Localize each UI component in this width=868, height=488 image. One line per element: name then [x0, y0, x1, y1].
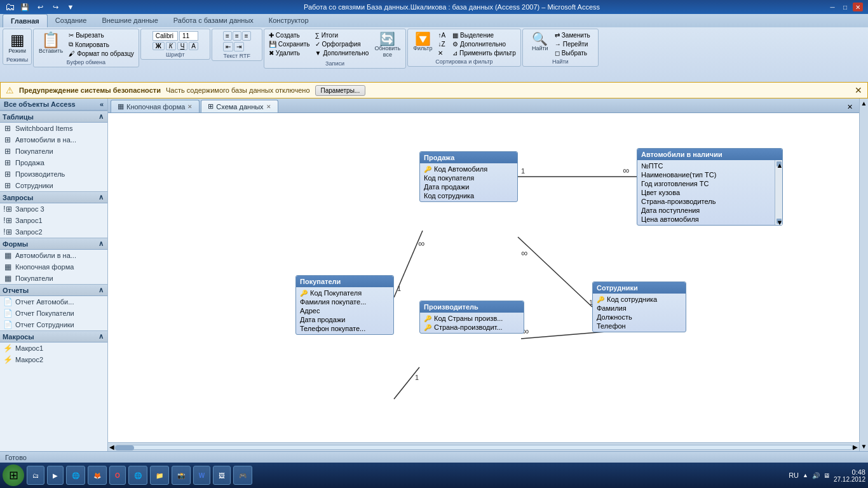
sidebar-item-avtomobili-f[interactable]: ▦ Автомобили в на... — [0, 250, 107, 261]
scroll-right-btn[interactable]: ▶ — [853, 444, 858, 451]
spelling-button[interactable]: ✓Орфография — [313, 40, 371, 48]
tab-constructor[interactable]: Конструктор — [261, 14, 316, 27]
align-right-button[interactable]: ≡ — [242, 31, 251, 41]
sidebar-item-query1[interactable]: !⊞ Запрос1 — [0, 215, 107, 226]
table-pokupat[interactable]: Покупатели 🔑Код Покупателя Фамилия покуп… — [295, 275, 394, 335]
quick-access-redo[interactable]: ↪ — [50, 1, 61, 13]
taskbar-app-firefox[interactable]: 🦊 — [88, 466, 107, 485]
close-all-tabs-button[interactable]: ✕ — [843, 102, 857, 112]
table-avtomobili[interactable]: Автомобили в наличии №ПТС Наименование(т… — [637, 148, 783, 226]
right-scrollbar[interactable]: ▲ ▼ — [859, 98, 868, 451]
start-button[interactable]: ⊞ — [3, 464, 24, 486]
sidebar-item-report-pokupat[interactable]: 📄 Отчет Покупатели — [0, 308, 107, 319]
totals-button[interactable]: ∑Итоги — [313, 31, 371, 39]
sidebar-item-prodazha-t[interactable]: ⊞ Продажа — [0, 157, 107, 168]
sidebar-item-query2[interactable]: !⊞ Запрос2 — [0, 226, 107, 238]
sidebar-item-pokupat-f[interactable]: ▦ Покупатели — [0, 273, 107, 284]
font-family-select[interactable]: Calibri — [153, 31, 178, 41]
tab-knopochnaya[interactable]: ▦ Кнопочная форма ✕ — [111, 100, 200, 112]
font-size-select[interactable]: 11 — [179, 31, 198, 41]
save-record-button[interactable]: 💾Сохранить — [267, 40, 312, 48]
taskbar-app-image[interactable]: 🖼 — [213, 466, 231, 485]
tab-home[interactable]: Главная — [3, 14, 48, 27]
mode-button[interactable]: ▦ Режим — [6, 31, 29, 55]
taskbar-app-game[interactable]: 🎮 — [233, 466, 252, 485]
tab-create[interactable]: Создание — [48, 14, 95, 27]
advanced-button[interactable]: ⚙Дополнительно — [451, 40, 518, 48]
scroll-down-btn[interactable]: ▼ — [861, 443, 867, 450]
tray-network-icon[interactable]: 🖥 — [824, 472, 830, 479]
font-color-button[interactable]: A — [189, 42, 198, 50]
indent-button[interactable]: ⇥ — [234, 42, 244, 51]
tab-database-tools[interactable]: Работа с базами данных — [166, 14, 261, 27]
copy-button[interactable]: ⧉Копировать — [67, 40, 136, 49]
sidebar-section-reports[interactable]: Отчеты ∧ — [0, 284, 107, 296]
tray-up-arrow[interactable]: ▲ — [803, 472, 808, 478]
sidebar-item-knopochnaya[interactable]: ▦ Кнопочная форма — [0, 261, 107, 273]
sidebar-section-forms[interactable]: Формы ∧ — [0, 238, 107, 250]
sidebar-item-avtomobili-t[interactable]: ⊞ Автомобили в на... — [0, 134, 107, 146]
tab-knopochnaya-close[interactable]: ✕ — [187, 104, 193, 110]
minimize-button[interactable]: ─ — [827, 3, 837, 11]
taskbar-app-word[interactable]: W — [193, 466, 210, 485]
close-button[interactable]: ✕ — [853, 3, 863, 11]
goto-button[interactable]: →Перейти — [553, 40, 592, 48]
underline-button[interactable]: Ч — [177, 42, 188, 50]
scroll-up-btn[interactable]: ▲ — [861, 100, 867, 107]
taskbar-app-access[interactable]: 🗂 — [27, 466, 44, 485]
sidebar-section-macros[interactable]: Макросы ∧ — [0, 330, 107, 342]
filter-button[interactable]: 🔽 Фильтр — [410, 31, 435, 53]
remove-sort-button[interactable]: ✕ — [436, 49, 449, 57]
cut-button[interactable]: ✂Вырезать — [67, 31, 136, 39]
selection-button[interactable]: ▦Выделение — [451, 31, 518, 39]
align-left-button[interactable]: ≡ — [223, 31, 232, 41]
taskbar-app-photo[interactable]: 📸 — [172, 466, 191, 485]
apply-filter-button[interactable]: ⊿Применить фильтр — [451, 49, 518, 57]
taskbar-app-chrome[interactable]: 🌐 — [128, 466, 147, 485]
more-button[interactable]: ▼Дополнительно — [313, 49, 371, 57]
quick-access-undo[interactable]: ↩ — [34, 1, 46, 13]
align-center-button[interactable]: ≡ — [233, 31, 241, 41]
paste-button[interactable]: 📋 Вставить — [36, 31, 65, 55]
descending-button[interactable]: ↓Z — [436, 40, 449, 48]
table-prodazha[interactable]: Продажа 🔑Код Автомобиля Код покупателя Д… — [419, 151, 518, 202]
tray-volume-icon[interactable]: 🔊 — [812, 472, 820, 479]
taskbar-app-media[interactable]: ▶ — [47, 466, 64, 485]
h-scrollbar[interactable]: ◀ ▶ — [108, 442, 859, 451]
tab-external-data[interactable]: Внешние данные — [94, 14, 165, 27]
scrollbar-down-btn[interactable]: ▼ — [776, 219, 782, 224]
table-proizv[interactable]: Производитель 🔑Код Страны произв... 🔑Стр… — [419, 301, 524, 334]
security-close-button[interactable]: ✕ — [855, 85, 862, 95]
quick-access-dropdown[interactable]: ▼ — [65, 1, 76, 13]
format-painter-button[interactable]: 🖌Формат по образцу — [67, 50, 136, 58]
sidebar-item-report-sotr[interactable]: 📄 Отчет Сотрудники — [0, 319, 107, 330]
new-record-button[interactable]: ✚Создать — [267, 31, 312, 39]
outdent-button[interactable]: ⇤ — [223, 42, 233, 51]
replace-button[interactable]: ⇄Заменить — [553, 31, 592, 39]
italic-button[interactable]: К — [166, 42, 176, 50]
ascending-button[interactable]: ↑A — [436, 31, 449, 39]
table-sotrudniki[interactable]: Сотрудники 🔑Код сотрудника Фамилия Должн… — [592, 281, 686, 332]
sidebar-collapse-btn[interactable]: « — [100, 100, 104, 108]
taskbar-app-explorer[interactable]: 📁 — [150, 466, 169, 485]
taskbar-app-browser1[interactable]: 🌐 — [66, 466, 85, 485]
tab-schema-close[interactable]: ✕ — [266, 104, 271, 110]
sidebar-item-proizv-t[interactable]: ⊞ Производитель — [0, 168, 107, 180]
taskbar-app-opera[interactable]: O — [109, 466, 126, 485]
select-button[interactable]: ◻Выбрать — [553, 49, 592, 57]
scrollbar-thumb[interactable] — [115, 445, 134, 451]
sidebar-section-tables[interactable]: Таблицы ∧ — [0, 111, 107, 123]
find-button[interactable]: 🔍 Найти — [529, 31, 552, 53]
quick-access-save[interactable]: 💾 — [19, 1, 31, 13]
bold-button[interactable]: Ж — [153, 42, 165, 50]
tab-schema[interactable]: ⊞ Схема данных ✕ — [201, 100, 278, 112]
table-avtomobili-scrollbar[interactable]: ▲ ▼ — [775, 160, 782, 225]
sidebar-item-query3[interactable]: !⊞ Запрос 3 — [0, 203, 107, 215]
sidebar-item-switchboard[interactable]: ⊞ Switchboard Items — [0, 123, 107, 134]
sidebar-item-macro2[interactable]: ⚡ Макрос2 — [0, 354, 107, 365]
sidebar-item-pokupat-t[interactable]: ⊞ Покупатели — [0, 146, 107, 157]
refresh-all-button[interactable]: 🔄 Обновитьвсе — [372, 31, 403, 59]
delete-record-button[interactable]: ✖Удалить — [267, 49, 312, 57]
sidebar-section-queries[interactable]: Запросы ∧ — [0, 191, 107, 203]
scrollbar-up-btn[interactable]: ▲ — [776, 161, 782, 166]
